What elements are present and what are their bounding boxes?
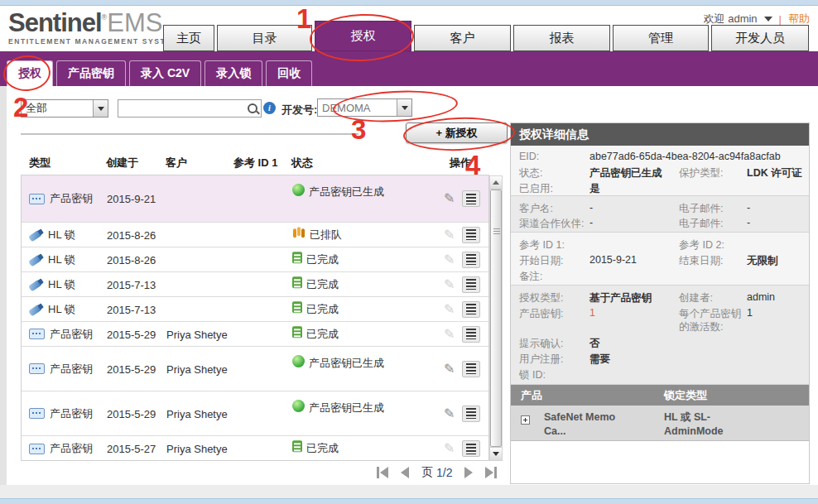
actions-menu-icon[interactable] [462,440,480,457]
row-status: 产品密钥已生成 [309,353,390,372]
table-row[interactable]: 产品密钥 2015-5-29 Priya Shetye 产品密钥已生成 ✎ [22,391,488,436]
actions-menu-icon[interactable] [462,301,480,318]
table-row[interactable]: HL 锁 2015-7-13 已完成 ✎ [22,272,488,297]
table-scrollbar[interactable] [489,175,503,461]
scroll-up-icon[interactable] [490,176,502,190]
scroll-down-icon[interactable] [490,447,502,460]
nav-tab-entitlements[interactable]: 授权 [315,21,411,51]
row-status: 已完成 [306,324,387,343]
lock-type-col-header: 锁定类型 [664,388,707,403]
edit-icon[interactable]: ✎ [444,362,455,376]
products-table-header: 产品 锁定类型 [511,385,809,406]
row-created: 2015-7-13 [107,278,156,290]
subtab-product-keys[interactable]: 产品密钥 [56,60,126,86]
edit-icon: ✎ [444,228,455,242]
scrollbar-thumb[interactable] [490,190,502,447]
table-row[interactable]: 产品密钥 2015-5-27 Priya Shetye 已完成 ✎ [22,436,488,461]
row-status: 已完成 [306,439,387,458]
browser-top-edge [0,0,818,6]
actions-menu-icon[interactable] [462,326,480,343]
row-type: 产品密钥 [50,406,93,421]
expand-plus-icon[interactable] [521,415,530,425]
subtab-entitlements[interactable]: 授权 [7,60,53,86]
product-name: SafeNet Memo Ca... [544,410,639,439]
end-date-label: 结束日期: [679,254,723,268]
actions-menu-icon[interactable] [462,406,480,422]
edit-icon[interactable]: ✎ [444,407,455,420]
left-gutter [0,86,7,485]
new-entitlement-button[interactable]: + 新授权 [406,122,508,143]
actions-menu-icon[interactable] [462,252,480,268]
product-key-icon [29,444,45,454]
completed-icon [292,301,302,313]
nav-tab-developers[interactable]: 开发人员 [711,25,809,51]
table-row[interactable]: 产品密钥 2015-9-21 产品密钥已生成 ✎ [22,175,488,223]
subtab-checkin-lock[interactable]: 录入锁 [204,60,262,86]
protection-type-value: LDK 许可证 [747,166,802,180]
search-input[interactable] [118,99,244,118]
row-type: HL 锁 [48,277,75,292]
table-row[interactable]: HL 锁 2015-8-26 已排队 ✎ [22,223,488,247]
hl-lock-icon [28,279,42,291]
start-date-label: 开始日期: [519,254,563,268]
subtab-checkin-c2v[interactable]: 录入 C2V [129,60,201,86]
row-type: 产品密钥 [50,191,93,206]
channel-partner-value: - [589,217,593,228]
activations-per-key-label: 每个产品密钥 的激活数: [679,307,752,334]
status-value: 产品密钥已生成 [589,166,662,180]
row-customer: Priya Shetye [166,362,228,375]
app-logo: Sentinel®EMS ENTITLEMENT MANAGEMENT SYST… [8,10,179,46]
info-icon[interactable]: i [263,102,276,114]
page-label: 页 [421,465,433,480]
confirmation-label: 提示确认: [519,337,563,351]
actions-menu-icon[interactable] [462,227,480,243]
first-page-icon[interactable] [377,467,388,478]
creator-label: 创建者: [679,291,713,305]
page-value: 1/2 [436,466,452,479]
row-type: 产品密钥 [50,362,93,377]
product-key-icon [29,363,45,374]
next-page-icon[interactable] [464,467,473,478]
table-row[interactable]: HL 锁 2015-7-13 已完成 ✎ [22,297,488,322]
creator-value: admin [747,291,775,303]
logo-ems: EMS [107,8,162,37]
row-status: 产品密钥已生成 [309,398,390,417]
product-keys-value[interactable]: 1 [589,307,595,319]
row-type: 产品密钥 [50,441,93,456]
edit-icon[interactable]: ✎ [444,192,455,205]
subtab-revoke[interactable]: 回收 [266,60,312,86]
actions-menu-icon[interactable] [462,276,480,293]
row-created: 2015-9-21 [107,193,156,205]
last-page-icon[interactable] [485,467,497,478]
developer-chevron-down-icon[interactable] [397,99,411,116]
type-filter-chevron-down-icon[interactable] [93,100,108,117]
entitlement-details-panel: 授权详细信息 EID: abe77ad6-65da-4bea-8204-ac94… [510,122,810,484]
notes-label: 备注: [519,270,542,284]
row-customer: Priya Shetye [166,443,228,455]
nav-tab-customers[interactable]: 客户 [414,25,511,51]
row-type: HL 锁 [48,252,75,267]
user-registration-label: 用户注册: [519,353,563,367]
search-button[interactable] [243,99,262,118]
actions-menu-icon[interactable] [462,361,480,377]
table-row[interactable]: 产品密钥 2015-5-29 Priya Shetye 已完成 ✎ [22,322,488,347]
type-filter-select[interactable]: 全部 [21,99,108,118]
entitlement-type-label: 授权类型: [519,291,563,305]
col-header-customer: 客户 [166,156,187,170]
row-created: 2015-8-26 [107,253,156,266]
actions-menu-icon[interactable] [462,190,480,207]
table-row[interactable]: 产品密钥 2015-5-29 Priya Shetye 产品密钥已生成 ✎ [22,347,488,391]
bottom-gutter [0,485,818,499]
entitlement-type-value: 基于产品密钥 [589,291,652,305]
developer-label: 开发号: [281,103,317,118]
email2-value: - [747,217,750,228]
product-row[interactable]: SafeNet Memo Ca... HL 或 SL-AdminMode [511,406,809,441]
browser-bottom-edge [0,498,818,504]
key-generated-icon [292,184,305,196]
eid-label: EID: [519,151,539,162]
nav-tab-home[interactable]: 主页 [163,25,214,51]
nav-tab-reports[interactable]: 报表 [513,25,610,51]
table-row[interactable]: HL 锁 2015-8-26 已完成 ✎ [22,247,488,272]
previous-page-icon[interactable] [401,467,409,478]
nav-tab-administration[interactable]: 管理 [613,25,709,51]
